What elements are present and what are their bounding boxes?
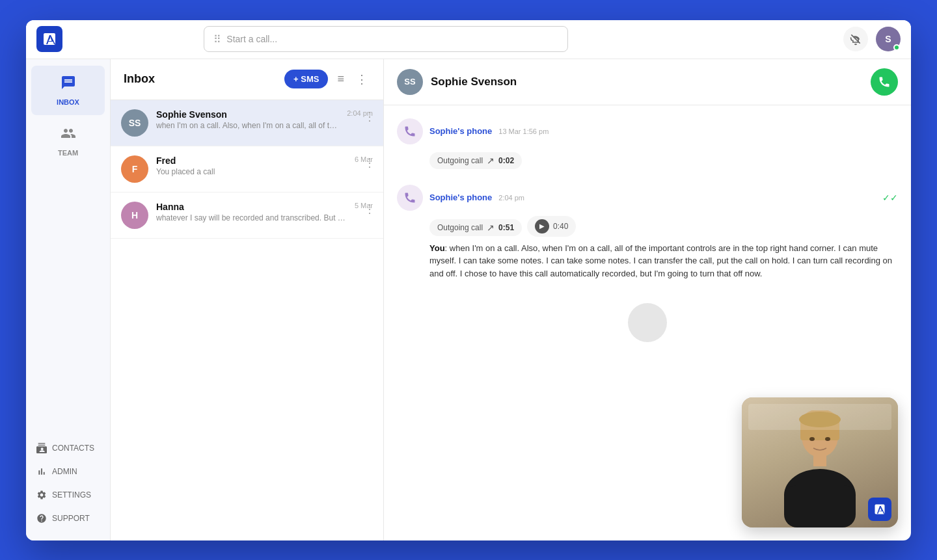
video-overlay (742, 397, 898, 527)
message-meta: Sophie's phone 2:04 pm ✓✓ (397, 185, 898, 211)
logo-button[interactable] (36, 26, 62, 52)
dialpad-badge-icon (873, 503, 886, 516)
settings-icon (36, 490, 47, 500)
avatar: H (121, 202, 148, 229)
message-group: Sophie's phone 13 Mar 1:56 pm Outgoing c… (397, 118, 898, 169)
conversation-item[interactable]: SS Sophie Svenson when I'm on a call. Al… (111, 100, 383, 146)
wall-decor (748, 404, 891, 430)
sidebar-item-settings[interactable]: SETTINGS (26, 483, 110, 507)
phone-call-icon (397, 118, 423, 144)
more-icon[interactable]: ⋮ (364, 202, 375, 216)
contact-name: Sophie Svenson (431, 75, 863, 88)
sidebar-item-support[interactable]: SUPPORT (26, 507, 110, 530)
sidebar-item-admin[interactable]: ADMIN (26, 460, 110, 483)
sidebar-item-team[interactable]: TEAM (31, 116, 105, 166)
svg-point-8 (825, 437, 830, 441)
top-bar: ⠿ Start a call... S (26, 20, 911, 59)
read-receipts: ✓✓ (882, 193, 898, 203)
more-icon[interactable]: ⋮ (364, 109, 375, 124)
phone-call-icon (397, 185, 423, 211)
sidebar-bottom: CONTACTS ADMIN SETTINGS (26, 436, 110, 540)
message-sender: Sophie's phone (429, 126, 492, 136)
svg-rect-6 (784, 485, 856, 527)
call-duration: 0:02 (498, 156, 514, 165)
call-type-pill: Outgoing call ↗ 0:51 (429, 219, 522, 236)
avatar: F (121, 155, 148, 183)
search-bar[interactable]: ⠿ Start a call... (204, 26, 568, 52)
recording-player: ▶ 0:40 (527, 216, 576, 237)
user-avatar[interactable]: S (876, 27, 901, 51)
contact-name: Sophie Svenson (156, 109, 339, 120)
svg-rect-4 (813, 455, 826, 466)
admin-icon (36, 466, 47, 477)
search-placeholder: Start a call... (226, 34, 277, 44)
online-indicator (893, 44, 900, 51)
support-icon (36, 513, 47, 524)
dialpad-icon: ⠿ (213, 33, 221, 46)
conversation-list: SS Sophie Svenson when I'm on a call. Al… (111, 100, 383, 540)
message-transcript: You: when I'm on a call. Also, when I'm … (429, 242, 898, 280)
sidebar: INBOX TEAM CONTACTS (26, 59, 111, 540)
main-layout: INBOX TEAM CONTACTS (26, 59, 911, 540)
conversation-info: Hanna whatever I say will be recorded an… (156, 202, 347, 222)
call-duration: 0:51 (498, 223, 514, 232)
call-details: Outgoing call ↗ 0:02 (429, 150, 898, 169)
more-icon[interactable]: ⋮ (364, 155, 375, 170)
phone-icon (878, 75, 891, 88)
message-sender: Sophie's phone (429, 193, 492, 202)
inbox-panel: Inbox + SMS ≡ ⋮ SS Sophie Svenson when I… (111, 59, 384, 540)
notifications-button[interactable] (843, 27, 868, 51)
conversation-item[interactable]: F Fred You placed a call 6 Mar ⋮ (111, 146, 383, 193)
inbox-title: Inbox (124, 72, 278, 86)
message-preview: You placed a call (156, 167, 347, 176)
team-icon (61, 126, 76, 145)
conversation-info: Sophie Svenson when I'm on a call. Also,… (156, 109, 339, 130)
pills-row: Outgoing call ↗ 0:51 ▶ 0:40 (429, 216, 898, 237)
call-type-pill: Outgoing call ↗ 0:02 (429, 152, 522, 169)
sidebar-item-contacts[interactable]: CONTACTS (26, 436, 110, 460)
conversation-info: Fred You placed a call (156, 155, 347, 176)
inbox-icon (61, 75, 76, 94)
sms-button[interactable]: + SMS (284, 70, 328, 88)
outgoing-arrow-icon: ↗ (487, 155, 495, 166)
loading-spinner (628, 303, 667, 342)
contacts-icon (36, 443, 47, 453)
chat-panel: SS Sophie Svenson (384, 59, 911, 540)
contact-name: Hanna (156, 202, 347, 212)
contact-avatar: SS (397, 69, 423, 95)
play-button[interactable]: ▶ (535, 219, 549, 233)
app-window: ⠿ Start a call... S IN (26, 20, 911, 540)
sender-label: You (429, 243, 445, 253)
call-button[interactable] (871, 68, 898, 96)
logo-icon (42, 31, 57, 47)
conversation-item[interactable]: H Hanna whatever I say will be recorded … (111, 193, 383, 239)
svg-point-7 (809, 437, 815, 441)
outgoing-arrow-icon: ↗ (487, 222, 495, 233)
message-meta: Sophie's phone 13 Mar 1:56 pm (397, 118, 898, 144)
message-preview: when I'm on a call. Also, when I'm on a … (156, 121, 339, 130)
pills-row: Outgoing call ↗ 0:02 (429, 150, 898, 169)
more-options-icon[interactable]: ⋮ (353, 70, 370, 89)
filter-icon[interactable]: ≡ (334, 70, 347, 88)
sidebar-item-inbox[interactable]: INBOX (31, 66, 105, 115)
inbox-header: Inbox + SMS ≡ ⋮ (111, 59, 383, 100)
sidebar-nav: INBOX TEAM (26, 59, 110, 436)
chat-messages: Sophie's phone 13 Mar 1:56 pm Outgoing c… (384, 105, 911, 540)
recording-duration: 0:40 (553, 222, 568, 231)
message-group: Sophie's phone 2:04 pm ✓✓ Outgoing call … (397, 185, 898, 280)
message-time: 13 Mar 1:56 pm (498, 127, 549, 135)
chat-header: SS Sophie Svenson (384, 59, 911, 105)
avatar: SS (121, 109, 148, 137)
message-time: 2:04 pm (498, 194, 524, 202)
dialpad-video-badge (868, 498, 891, 521)
bell-slash-icon (849, 33, 862, 46)
call-details: Outgoing call ↗ 0:51 ▶ 0:40 (429, 216, 898, 237)
contact-name: Fred (156, 155, 347, 166)
message-preview: whatever I say will be recorded and tran… (156, 213, 347, 222)
